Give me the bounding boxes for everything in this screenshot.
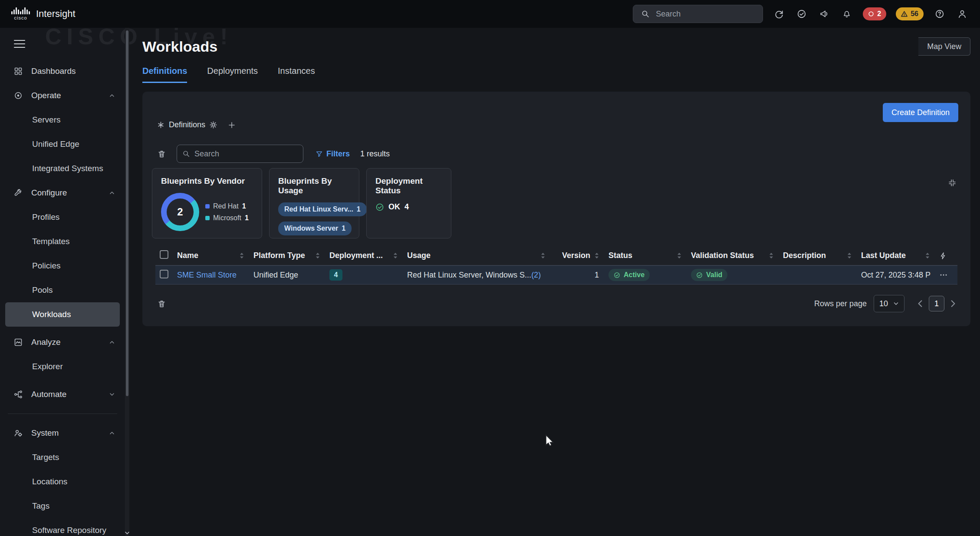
column-header-validation-status[interactable]: Validation Status: [691, 251, 783, 260]
sidebar-item-dashboards[interactable]: Dashboards: [0, 59, 125, 83]
usage-pill-redhat[interactable]: Red Hat Linux Serv... 1: [278, 202, 367, 216]
legend-item-microsoft[interactable]: Microsoft 1: [205, 214, 249, 222]
column-header-version[interactable]: Version: [555, 251, 608, 260]
sidebar-scrollbar[interactable]: [125, 28, 129, 536]
table-search[interactable]: [177, 145, 303, 163]
sidebar-item-workloads[interactable]: Workloads: [5, 302, 120, 327]
pagination: Rows per page 10 1: [814, 295, 956, 312]
rows-per-page-select[interactable]: 10: [874, 295, 904, 312]
vendor-donut-chart[interactable]: 2: [161, 193, 199, 231]
table-footer: Rows per page 10 1: [157, 295, 956, 312]
user-icon[interactable]: [956, 7, 969, 20]
saved-view-tabs: Definitions: [157, 120, 235, 129]
column-label: Usage: [407, 251, 431, 260]
bell-icon[interactable]: [840, 7, 853, 20]
pill-value: 1: [357, 205, 361, 213]
sidebar-item-system[interactable]: System: [0, 421, 125, 445]
scrollbar-thumb[interactable]: [126, 30, 128, 396]
sidebar-item-label: Workloads: [32, 310, 71, 319]
scroll-down-icon[interactable]: [125, 531, 130, 535]
tab-instances[interactable]: Instances: [278, 66, 315, 83]
sidebar-item-label: Templates: [32, 237, 70, 246]
sidebar-item-operate[interactable]: Operate: [0, 83, 125, 108]
delete-icon[interactable]: [157, 299, 166, 308]
table-header-row: Name Platform Type Deployment ... Usage: [155, 246, 957, 265]
select-all-checkbox[interactable]: [160, 250, 168, 259]
sidebar-item-profiles[interactable]: Profiles: [0, 205, 125, 229]
check-circle-icon: [375, 203, 384, 212]
column-header-platform-type[interactable]: Platform Type: [253, 251, 329, 260]
sidebar-item-label: Dashboards: [31, 66, 76, 76]
usage-more-link[interactable]: (2): [531, 271, 541, 279]
previous-page-icon[interactable]: [918, 300, 923, 308]
current-page[interactable]: 1: [929, 296, 944, 311]
sidebar-item-label: Targets: [32, 453, 59, 462]
sidebar-item-software-repository[interactable]: Software Repository: [0, 518, 125, 536]
critical-icon: [868, 11, 874, 17]
platform-type-cell: Unified Edge: [253, 271, 329, 280]
column-header-name[interactable]: Name: [177, 251, 253, 260]
global-search[interactable]: [633, 5, 763, 23]
row-checkbox[interactable]: [160, 270, 168, 278]
column-header-description[interactable]: Description: [783, 251, 861, 260]
row-actions-icon[interactable]: [939, 271, 957, 279]
table-search-input[interactable]: [194, 149, 298, 159]
sidebar-item-automate[interactable]: Automate: [0, 382, 125, 407]
customize-columns-icon[interactable]: [939, 252, 957, 260]
sidebar-item-locations[interactable]: Locations: [0, 470, 125, 494]
sidebar-item-policies[interactable]: Policies: [0, 254, 125, 278]
global-search-input[interactable]: [656, 10, 756, 19]
tab-definitions[interactable]: Definitions: [142, 66, 187, 83]
cisco-logo-text: cisco: [14, 15, 27, 20]
sidebar-item-unified-edge[interactable]: Unified Edge: [0, 132, 125, 156]
megaphone-icon[interactable]: [818, 7, 831, 20]
sidebar-item-label: Analyze: [31, 337, 61, 347]
view-settings-gear-icon[interactable]: [210, 121, 217, 129]
warning-alarms-badge[interactable]: 56: [896, 7, 924, 20]
column-header-deployments[interactable]: Deployment ...: [329, 251, 407, 260]
critical-alarms-badge[interactable]: 2: [863, 7, 886, 20]
sidebar-item-targets[interactable]: Targets: [0, 445, 125, 470]
page-title: Workloads: [142, 38, 217, 55]
deployment-status-ok[interactable]: OK 4: [375, 202, 442, 212]
add-view-icon[interactable]: [228, 122, 235, 129]
map-view-button[interactable]: Map View: [918, 37, 970, 56]
sidebar-item-tags[interactable]: Tags: [0, 494, 125, 518]
sidebar-item-analyze[interactable]: Analyze: [0, 330, 125, 354]
saved-view-label[interactable]: Definitions: [169, 120, 205, 129]
menu-toggle-icon[interactable]: [14, 40, 25, 48]
help-icon[interactable]: [933, 7, 946, 20]
column-header-last-update[interactable]: Last Update: [861, 251, 939, 260]
table-row[interactable]: SME Small Store Unified Edge 4 Red Hat L…: [155, 265, 957, 285]
refresh-icon[interactable]: [773, 7, 786, 20]
column-header-status[interactable]: Status: [608, 251, 691, 260]
status-badge: Active: [608, 269, 650, 281]
sidebar-item-templates[interactable]: Templates: [0, 229, 125, 254]
legend-label: Microsoft: [213, 214, 241, 222]
sidebar-item-configure[interactable]: Configure: [0, 181, 125, 205]
next-page-icon[interactable]: [950, 300, 956, 308]
sort-icon: [393, 252, 398, 259]
check-circle-icon[interactable]: [795, 7, 808, 20]
column-header-usage[interactable]: Usage: [407, 251, 555, 260]
usage-pill-windows[interactable]: Windows Server 1: [278, 222, 352, 235]
pill-label: Red Hat Linux Serv...: [284, 205, 353, 213]
sidebar-item-label: Locations: [32, 477, 67, 486]
topbar: cisco Intersight: [0, 0, 980, 28]
filters-button[interactable]: Filters: [316, 149, 350, 159]
operate-icon: [14, 91, 23, 100]
legend-label: Red Hat: [213, 202, 239, 210]
delete-icon[interactable]: [157, 149, 166, 159]
sidebar-item-pools[interactable]: Pools: [0, 278, 125, 302]
collapse-widgets-icon[interactable]: [948, 179, 957, 187]
sidebar-item-label: Software Repository: [32, 526, 106, 535]
definition-name-link[interactable]: SME Small Store: [177, 271, 237, 279]
legend-value: 1: [245, 214, 249, 222]
legend-item-redhat[interactable]: Red Hat 1: [205, 202, 249, 210]
deployments-count-badge[interactable]: 4: [329, 269, 342, 281]
sidebar-item-explorer[interactable]: Explorer: [0, 354, 125, 379]
create-definition-button[interactable]: Create Definition: [883, 103, 958, 122]
sidebar-item-servers[interactable]: Servers: [0, 108, 125, 132]
sidebar-item-integrated-systems[interactable]: Integrated Systems: [0, 156, 125, 181]
tab-deployments[interactable]: Deployments: [207, 66, 258, 83]
